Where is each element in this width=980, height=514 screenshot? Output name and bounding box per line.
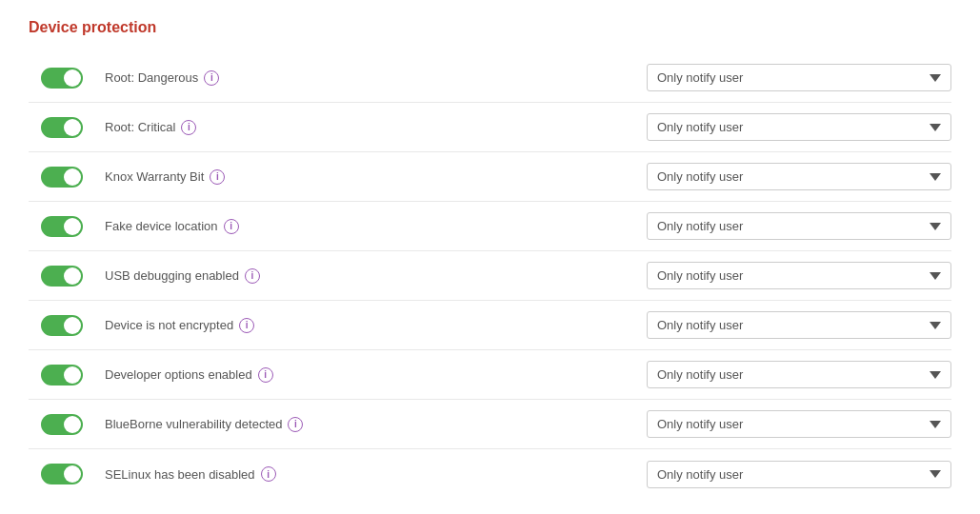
label-text-usb-debugging-enabled: USB debugging enabled bbox=[105, 268, 239, 283]
info-icon-selinux-disabled[interactable]: i bbox=[261, 466, 276, 482]
label-cell: Fake device locationi bbox=[95, 219, 647, 234]
info-icon-knox-warranty-bit[interactable]: i bbox=[210, 169, 225, 185]
settings-row: Knox Warranty BitiOnly notify userBlock … bbox=[29, 152, 951, 202]
info-icon-usb-debugging-enabled[interactable]: i bbox=[245, 268, 260, 284]
toggle-knox-warranty-bit[interactable] bbox=[41, 167, 83, 188]
dropdown-root-dangerous[interactable]: Only notify userBlock accessWipe device bbox=[647, 64, 951, 91]
label-cell: Developer options enabledi bbox=[95, 367, 647, 383]
dropdown-cell: Only notify userBlock accessWipe device bbox=[647, 64, 951, 91]
info-icon-blueborne-vulnerability[interactable]: i bbox=[288, 417, 303, 432]
label-cell: BlueBorne vulnerability detectedi bbox=[95, 417, 647, 432]
label-cell: SELinux has been disabledi bbox=[95, 466, 647, 482]
toggle-cell bbox=[29, 167, 95, 188]
toggle-fake-device-location[interactable] bbox=[41, 216, 83, 237]
label-text-root-critical: Root: Critical bbox=[105, 120, 175, 134]
dropdown-cell: Only notify userBlock accessWipe device bbox=[647, 262, 951, 289]
toggle-cell bbox=[29, 315, 95, 336]
dropdown-cell: Only notify userBlock accessWipe device bbox=[647, 410, 951, 438]
settings-row: Device is not encryptediOnly notify user… bbox=[29, 301, 951, 350]
dropdown-cell: Only notify userBlock accessWipe device bbox=[647, 311, 951, 339]
settings-row: Root: CriticaliOnly notify userBlock acc… bbox=[29, 103, 951, 152]
section-title: Device protection bbox=[29, 19, 951, 36]
settings-row: BlueBorne vulnerability detectediOnly no… bbox=[29, 400, 951, 449]
settings-row: Developer options enablediOnly notify us… bbox=[29, 350, 951, 400]
toggle-cell bbox=[29, 266, 95, 287]
dropdown-device-not-encrypted[interactable]: Only notify userBlock accessWipe device bbox=[647, 311, 951, 339]
info-icon-device-not-encrypted[interactable]: i bbox=[239, 318, 254, 333]
toggle-developer-options-enabled[interactable] bbox=[41, 365, 83, 386]
dropdown-fake-device-location[interactable]: Only notify userBlock accessWipe device bbox=[647, 212, 951, 240]
label-text-root-dangerous: Root: Dangerous bbox=[105, 70, 198, 85]
dropdown-cell: Only notify userBlock accessWipe device bbox=[647, 212, 951, 240]
label-cell: Root: Criticali bbox=[95, 120, 647, 135]
dropdown-blueborne-vulnerability[interactable]: Only notify userBlock accessWipe device bbox=[647, 410, 951, 438]
label-cell: Knox Warranty Biti bbox=[95, 169, 647, 185]
dropdown-developer-options-enabled[interactable]: Only notify userBlock accessWipe device bbox=[647, 361, 951, 388]
dropdown-usb-debugging-enabled[interactable]: Only notify userBlock accessWipe device bbox=[647, 262, 951, 289]
label-cell: USB debugging enabledi bbox=[95, 268, 647, 284]
info-icon-root-critical[interactable]: i bbox=[181, 120, 196, 135]
label-text-developer-options-enabled: Developer options enabled bbox=[105, 367, 252, 382]
label-text-selinux-disabled: SELinux has been disabled bbox=[105, 467, 255, 482]
dropdown-selinux-disabled[interactable]: Only notify userBlock accessWipe device bbox=[647, 461, 951, 488]
toggle-cell bbox=[29, 464, 95, 484]
dropdown-cell: Only notify userBlock accessWipe device bbox=[647, 163, 951, 190]
toggle-root-critical[interactable] bbox=[41, 117, 83, 138]
dropdown-root-critical[interactable]: Only notify userBlock accessWipe device bbox=[647, 113, 951, 141]
settings-list: Root: DangerousiOnly notify userBlock ac… bbox=[29, 53, 951, 499]
toggle-usb-debugging-enabled[interactable] bbox=[41, 266, 83, 287]
page-container: Device protection Root: DangerousiOnly n… bbox=[0, 0, 980, 514]
info-icon-fake-device-location[interactable]: i bbox=[224, 219, 239, 234]
settings-row: Root: DangerousiOnly notify userBlock ac… bbox=[29, 53, 951, 103]
label-text-device-not-encrypted: Device is not encrypted bbox=[105, 318, 233, 332]
label-text-knox-warranty-bit: Knox Warranty Bit bbox=[105, 169, 204, 184]
label-text-fake-device-location: Fake device location bbox=[105, 219, 218, 233]
toggle-cell bbox=[29, 216, 95, 237]
settings-row: SELinux has been disablediOnly notify us… bbox=[29, 449, 951, 499]
label-cell: Root: Dangerousi bbox=[95, 70, 647, 86]
info-icon-developer-options-enabled[interactable]: i bbox=[258, 367, 273, 383]
info-icon-root-dangerous[interactable]: i bbox=[204, 70, 219, 86]
toggle-device-not-encrypted[interactable] bbox=[41, 315, 83, 336]
dropdown-cell: Only notify userBlock accessWipe device bbox=[647, 113, 951, 141]
toggle-cell bbox=[29, 117, 95, 138]
toggle-cell bbox=[29, 68, 95, 89]
toggle-selinux-disabled[interactable] bbox=[41, 464, 83, 484]
toggle-cell bbox=[29, 365, 95, 386]
label-text-blueborne-vulnerability: BlueBorne vulnerability detected bbox=[105, 417, 282, 431]
toggle-cell bbox=[29, 414, 95, 435]
toggle-root-dangerous[interactable] bbox=[41, 68, 83, 89]
toggle-blueborne-vulnerability[interactable] bbox=[41, 414, 83, 435]
label-cell: Device is not encryptedi bbox=[95, 318, 647, 333]
dropdown-knox-warranty-bit[interactable]: Only notify userBlock accessWipe device bbox=[647, 163, 951, 190]
settings-row: USB debugging enablediOnly notify userBl… bbox=[29, 251, 951, 301]
settings-row: Fake device locationiOnly notify userBlo… bbox=[29, 202, 951, 251]
dropdown-cell: Only notify userBlock accessWipe device bbox=[647, 461, 951, 488]
dropdown-cell: Only notify userBlock accessWipe device bbox=[647, 361, 951, 388]
